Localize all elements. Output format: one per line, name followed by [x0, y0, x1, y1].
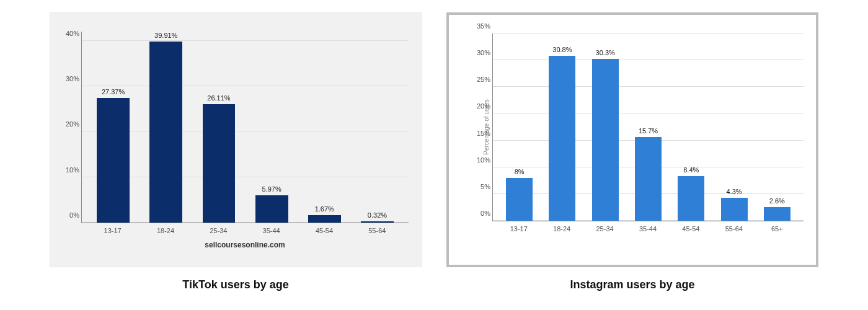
instagram-bar-label-1: 30.8%	[552, 46, 572, 53]
instagram-x-tick-1: 18-24	[540, 225, 583, 232]
tiktok-panel: 0% 10% 20% 30% 40% 27.37% 39.91% 26.11%	[50, 12, 422, 291]
instagram-bar-label-5: 4.3%	[727, 188, 742, 195]
tiktok-bars: 27.37% 39.91% 26.11% 5.97% 1.67%	[82, 32, 409, 223]
instagram-x-tick-5: 55-64	[712, 225, 755, 232]
instagram-chart-box: Percentage of users 0% 5% 10% 15% 20% 25…	[446, 12, 818, 267]
tiktok-bar-2: 26.11%	[192, 32, 245, 223]
instagram-bar-label-6: 2.6%	[769, 197, 785, 205]
tiktok-bar-5: 0.32%	[351, 32, 404, 223]
tiktok-x-axis: 13-17 18-24 25-34 35-44 45-54 55-64	[81, 223, 409, 234]
instagram-bar-3: 15.7%	[627, 33, 670, 221]
tiktok-bar-3: 5.97%	[246, 32, 298, 223]
tiktok-bar-4: 1.67%	[298, 32, 351, 223]
tiktok-bar-label-3: 5.97%	[262, 185, 281, 193]
tiktok-y-tick-4: 40%	[56, 30, 79, 37]
instagram-x-tick-2: 25-34	[583, 225, 626, 232]
tiktok-y-tick-0: 0%	[56, 211, 79, 219]
tiktok-x-tick-2: 25-34	[192, 227, 245, 234]
tiktok-bar-label-1: 39.91%	[154, 32, 177, 39]
instagram-bar-label-4: 8.4%	[683, 166, 699, 174]
instagram-bars: 8% 30.8% 30.3% 15.7% 8.4%	[493, 33, 804, 221]
instagram-y-tick-1: 5%	[467, 183, 490, 190]
instagram-y-tick-3: 15%	[467, 130, 490, 137]
instagram-y-tick-7: 35%	[467, 22, 490, 30]
instagram-bar-label-3: 15.7%	[639, 127, 658, 135]
tiktok-caption: TikTok users by age	[50, 278, 422, 291]
instagram-panel: Percentage of users 0% 5% 10% 15% 20% 25…	[446, 12, 818, 291]
tiktok-x-tick-5: 55-64	[351, 227, 404, 234]
tiktok-y-tick-2: 20%	[56, 120, 79, 128]
instagram-y-tick-4: 20%	[467, 102, 490, 110]
instagram-x-tick-6: 65+	[756, 225, 799, 232]
tiktok-bar-label-0: 27.37%	[102, 88, 125, 95]
tiktok-x-tick-4: 45-54	[298, 227, 350, 234]
tiktok-x-tick-3: 35-44	[245, 227, 298, 234]
tiktok-bar-label-4: 1.67%	[315, 205, 334, 213]
instagram-caption: Instagram users by age	[446, 278, 818, 291]
tiktok-x-tick-0: 13-17	[86, 227, 139, 234]
instagram-bar-5: 4.3%	[712, 33, 755, 221]
tiktok-source: sellcoursesonline.com	[81, 241, 409, 249]
tiktok-bar-label-5: 0.32%	[368, 211, 387, 219]
instagram-y-tick-6: 30%	[467, 49, 490, 56]
tiktok-x-tick-1: 18-24	[139, 227, 192, 234]
instagram-y-tick-2: 10%	[467, 156, 490, 164]
instagram-bar-label-2: 30.3%	[596, 49, 615, 56]
tiktok-plot-area: 0% 10% 20% 30% 40% 27.37% 39.91% 26.11%	[81, 32, 409, 223]
tiktok-bar-0: 27.37%	[87, 32, 140, 223]
instagram-x-tick-4: 45-54	[670, 225, 712, 232]
instagram-bar-6: 2.6%	[756, 33, 799, 221]
instagram-plot-area: Percentage of users 0% 5% 10% 15% 20% 25…	[492, 33, 804, 221]
instagram-x-axis: 13-17 18-24 25-34 35-44 45-54 55-64 65+	[492, 221, 804, 232]
tiktok-y-tick-3: 30%	[56, 75, 79, 82]
instagram-y-tick-5: 25%	[467, 76, 490, 83]
tiktok-bar-1: 39.91%	[140, 32, 192, 223]
instagram-bar-label-0: 8%	[515, 168, 525, 175]
instagram-x-tick-3: 35-44	[626, 225, 669, 232]
instagram-bar-4: 8.4%	[670, 33, 712, 221]
instagram-bar-0: 8%	[498, 33, 541, 221]
tiktok-bar-label-2: 26.11%	[207, 94, 230, 102]
tiktok-y-tick-1: 10%	[56, 166, 79, 174]
instagram-x-tick-0: 13-17	[497, 225, 540, 232]
instagram-bar-2: 30.3%	[584, 33, 627, 221]
tiktok-chart-box: 0% 10% 20% 30% 40% 27.37% 39.91% 26.11%	[50, 12, 422, 267]
instagram-bar-1: 30.8%	[541, 33, 583, 221]
instagram-y-tick-0: 0%	[467, 210, 490, 217]
